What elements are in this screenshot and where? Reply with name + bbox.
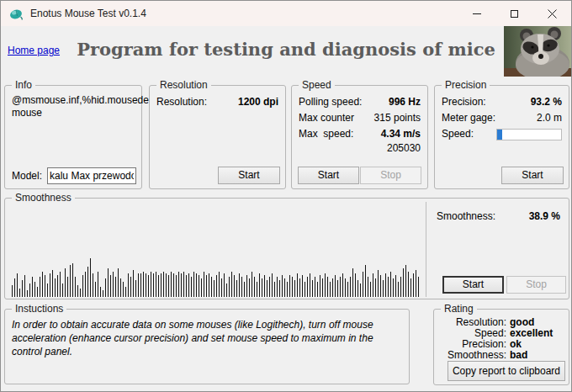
polling-speed-value: 996 Hz bbox=[389, 94, 421, 110]
precision-value: 93.2 % bbox=[531, 94, 562, 110]
minimize-button[interactable] bbox=[458, 1, 495, 26]
meter-gage-value: 2.0 m bbox=[537, 110, 562, 126]
precision-group: Precision Precision: 93.2 % Meter gage: … bbox=[434, 85, 569, 189]
max-counter-value: 315 points bbox=[374, 110, 421, 126]
resolution-start-button[interactable]: Start bbox=[218, 167, 280, 184]
precision-label: Precision: bbox=[442, 94, 486, 110]
speed-legend: Speed bbox=[299, 79, 335, 92]
maximize-button[interactable] bbox=[495, 1, 533, 26]
maximize-icon bbox=[511, 10, 518, 18]
max-speed-label: Max speed: bbox=[299, 126, 353, 142]
instructions-text: In order to obtain accurate data on some… bbox=[5, 310, 409, 358]
rating-row-smoothness: Smoothness: bad bbox=[434, 350, 569, 361]
smoothness-label: Smoothness: bbox=[437, 209, 495, 225]
max-speed-sub-value: 205030 bbox=[292, 142, 427, 155]
precision-speed-label: Speed: bbox=[442, 126, 474, 142]
close-icon bbox=[548, 9, 557, 19]
speed-progress-bar bbox=[496, 129, 562, 140]
speed-stop-button[interactable]: Stop bbox=[360, 167, 421, 184]
instructions-legend: Instuctions bbox=[12, 303, 66, 315]
instructions-group: Instuctions In order to obtain accurate … bbox=[4, 309, 410, 384]
title-bar: Enotus Mouse Test v0.1.4 bbox=[1, 1, 571, 26]
smoothness-group: Smoothness Smoothness: 38.9 % Start Stop bbox=[4, 198, 569, 299]
smoothness-histogram bbox=[12, 255, 424, 297]
max-speed-value: 4.34 m/s bbox=[381, 126, 421, 142]
page-title: Program for testing and diagnosis of mic… bbox=[1, 39, 571, 60]
rating-group: Rating Resolution: good Speed: excellent… bbox=[433, 309, 569, 385]
smoothness-start-button[interactable]: Start bbox=[442, 276, 504, 294]
speed-progress-fill bbox=[497, 130, 502, 140]
resolution-value: 1200 dpi bbox=[238, 94, 278, 110]
smoothness-legend: Smoothness bbox=[12, 192, 75, 204]
mouse-icon bbox=[9, 8, 24, 20]
model-input[interactable] bbox=[47, 167, 136, 184]
resolution-legend: Resolution bbox=[156, 79, 211, 92]
meter-gage-label: Meter gage: bbox=[442, 110, 495, 126]
model-label: Model: bbox=[12, 170, 42, 182]
smoothness-stop-button[interactable]: Stop bbox=[506, 276, 566, 294]
precision-legend: Precision bbox=[442, 79, 490, 92]
copy-report-button[interactable]: Copy report to clipboard bbox=[448, 361, 565, 381]
precision-start-button[interactable]: Start bbox=[501, 167, 564, 184]
polling-speed-label: Polling speed: bbox=[299, 94, 362, 110]
info-legend: Info bbox=[12, 79, 35, 92]
speed-start-button[interactable]: Start bbox=[298, 167, 359, 184]
resolution-group: Resolution Resolution: 1200 dpi Start bbox=[149, 85, 286, 189]
window-title: Enotus Mouse Test v0.1.4 bbox=[30, 8, 146, 19]
smoothness-panel: Smoothness: 38.9 % Start Stop bbox=[426, 202, 567, 297]
resolution-label: Resolution: bbox=[156, 94, 207, 110]
minimize-icon bbox=[473, 13, 481, 14]
max-counter-label: Max counter bbox=[299, 110, 354, 126]
raccoon-image bbox=[504, 26, 572, 77]
speed-group: Speed Polling speed: 996 Hz Max counter … bbox=[291, 85, 428, 189]
app-window: Enotus Mouse Test v0.1.4 Home page Progr… bbox=[0, 0, 572, 392]
info-group: Info @msmouse.inf,%hid.mousede mouse Mod… bbox=[4, 85, 142, 189]
close-button[interactable] bbox=[533, 1, 571, 26]
rating-legend: Rating bbox=[441, 303, 477, 315]
smoothness-value: 38.9 % bbox=[529, 209, 560, 225]
